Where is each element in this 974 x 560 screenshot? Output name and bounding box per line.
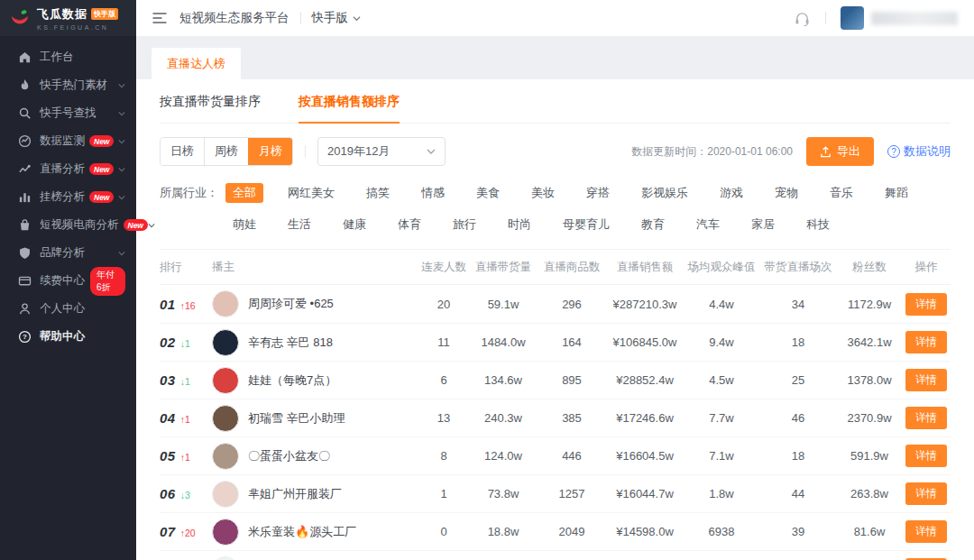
avatar[interactable] <box>212 367 239 394</box>
table-row: 01↑16周周珍可爱 •6252059.1w296¥287210.3w4.4w3… <box>160 285 951 323</box>
detail-button[interactable]: 详情 <box>905 482 947 505</box>
period-daily-button[interactable]: 日榜 <box>161 138 204 165</box>
industry-chip[interactable]: 健康 <box>335 215 373 234</box>
avatar[interactable] <box>212 481 239 508</box>
detail-button[interactable]: 详情 <box>905 445 947 467</box>
industry-chip[interactable]: 影视娱乐 <box>634 183 695 203</box>
sidebar-item-9[interactable]: 个人中心 <box>0 295 136 323</box>
industry-chip[interactable]: 穿搭 <box>579 183 617 203</box>
industry-chip[interactable]: 教育 <box>634 215 672 234</box>
filter-row: 日榜 周榜 月榜 2019年12月 数据更新时间：2020-01-01 06:0… <box>160 137 951 166</box>
host-cell[interactable]: 初瑞雪 辛巴小助理 <box>212 405 418 432</box>
data-note-link[interactable]: ? 数据说明 <box>887 143 951 160</box>
table-row: 04↑1初瑞雪 辛巴小助理13240.3w385¥17246.6w7.7w462… <box>160 399 951 436</box>
industry-chip[interactable]: 家居 <box>744 215 782 234</box>
user-name-blurred[interactable] <box>871 12 958 25</box>
subtab-sort-by-sales[interactable]: 按直播销售额排序 <box>299 94 400 124</box>
sidebar-item-1[interactable]: 快手热门素材 <box>0 71 136 99</box>
sales-volume: 1484.0w <box>469 335 538 349</box>
sidebar-item-label: 续费中心 <box>40 273 85 289</box>
detail-button[interactable]: 详情 <box>905 407 947 429</box>
host-name[interactable]: 芈姐广州开服装厂 <box>248 486 342 502</box>
industry-chip[interactable]: 情感 <box>414 183 452 203</box>
month-select[interactable]: 2019年12月 <box>317 137 446 166</box>
host-name[interactable]: 〇蛋蛋小盆友〇 <box>248 448 330 464</box>
host-cell[interactable]: 娃娃（每晚7点） <box>212 367 418 394</box>
rank-value: 06 <box>160 486 176 501</box>
support-headset-icon[interactable] <box>794 10 811 27</box>
detail-button[interactable]: 详情 <box>905 331 947 353</box>
industry-chip[interactable]: 游戏 <box>712 183 750 203</box>
avatar[interactable] <box>212 290 239 317</box>
period-weekly-button[interactable]: 周榜 <box>204 138 248 165</box>
export-button[interactable]: 导出 <box>806 137 874 166</box>
host-cell[interactable]: 芈姐广州开服装厂 <box>212 481 418 508</box>
sidebar-item-6[interactable]: 短视频电商分析New <box>0 211 136 239</box>
host-cell[interactable]: 米乐童装🔥源头工厂 <box>212 519 418 546</box>
version-switcher[interactable]: 快手版 <box>312 10 362 26</box>
industry-chip[interactable]: 体育 <box>391 215 428 234</box>
industry-chip[interactable]: 网红美女 <box>280 183 342 203</box>
host-cell[interactable]: 真姐~教搭配 <box>212 556 418 560</box>
avatar[interactable] <box>212 405 239 432</box>
industry-chip[interactable]: 萌娃 <box>225 215 263 234</box>
industry-chip[interactable]: 汽车 <box>689 215 727 234</box>
home-icon <box>18 50 32 64</box>
sales-amount: ¥16604.5w <box>606 449 684 463</box>
monitor-icon <box>18 134 32 148</box>
industry-chip[interactable]: 音乐 <box>822 183 860 203</box>
mic-count: 11 <box>418 335 469 349</box>
avatar[interactable] <box>212 329 239 356</box>
host-name[interactable]: 米乐童装🔥源头工厂 <box>248 524 356 540</box>
column-header: 直播销售额 <box>606 260 684 275</box>
sidebar-item-10[interactable]: ?帮助中心 <box>0 323 136 351</box>
industry-chip[interactable]: 生活 <box>280 215 318 234</box>
host-name[interactable]: 娃娃（每晚7点） <box>248 372 336 389</box>
detail-button[interactable]: 详情 <box>905 293 947 316</box>
industry-chip[interactable]: 搞笑 <box>359 183 397 203</box>
rank-change: ↓1 <box>180 338 190 349</box>
detail-button[interactable]: 详情 <box>905 520 947 543</box>
sales-amount: ¥14598.0w <box>606 525 684 538</box>
user-avatar[interactable] <box>841 6 864 30</box>
new-badge: New <box>89 135 114 147</box>
host-name[interactable]: 初瑞雪 辛巴小助理 <box>248 410 345 427</box>
host-name[interactable]: 周周珍可爱 •625 <box>248 296 334 312</box>
sidebar-item-label: 数据监测 <box>40 133 85 149</box>
host-cell[interactable]: 〇蛋蛋小盆友〇 <box>212 443 418 470</box>
sidebar-item-4[interactable]: 直播分析New <box>0 155 136 183</box>
rank-change: ↓1 <box>180 376 190 387</box>
sidebar-item-3[interactable]: 数据监测New <box>0 127 136 155</box>
sidebar-item-2[interactable]: 快手号查找 <box>0 99 136 127</box>
industry-chip[interactable]: 旅行 <box>446 215 483 234</box>
sales-amount: ¥17246.6w <box>606 411 684 425</box>
industry-chip[interactable]: 美妆 <box>524 183 562 203</box>
host-name[interactable]: 辛有志 辛巴 818 <box>248 335 333 351</box>
sidebar-item-0[interactable]: 工作台 <box>0 43 136 71</box>
avatar[interactable] <box>212 556 239 560</box>
industry-chip[interactable]: 舞蹈 <box>878 183 915 203</box>
sidebar-item-5[interactable]: 挂榜分析New <box>0 183 136 211</box>
industry-chip[interactable]: 科技 <box>799 215 837 234</box>
detail-button[interactable]: 详情 <box>905 369 947 391</box>
sidebar-item-7[interactable]: 品牌分析 <box>0 239 136 267</box>
avatar[interactable] <box>212 443 239 470</box>
industry-chip[interactable]: 时尚 <box>501 215 538 234</box>
logo[interactable]: 飞瓜数据 快手版 KS.FEIGUA.CN <box>0 0 136 36</box>
main-content: 直播达人榜 按直播带货量排序 按直播销售额排序 日榜 周榜 月榜 2019年12… <box>136 36 974 560</box>
avatar[interactable] <box>212 519 239 546</box>
sidebar-item-8[interactable]: 续费中心年付6折 <box>0 267 136 295</box>
discount-badge: 年付6折 <box>90 267 125 296</box>
period-monthly-button[interactable]: 月榜 <box>248 138 292 165</box>
topbar: 短视频生态服务平台 快手版 <box>136 0 974 36</box>
industry-chip[interactable]: 美食 <box>469 183 507 203</box>
viewer-peak: 7.1w <box>684 449 759 463</box>
collapse-menu-icon[interactable] <box>152 12 167 24</box>
industry-chip[interactable]: 宠物 <box>767 183 805 203</box>
host-cell[interactable]: 周周珍可爱 •625 <box>212 290 418 317</box>
industry-chip[interactable]: 全部 <box>225 183 263 203</box>
subtab-sort-by-volume[interactable]: 按直播带货量排序 <box>160 94 261 123</box>
industry-chip[interactable]: 母婴育儿 <box>556 215 617 234</box>
host-cell[interactable]: 辛有志 辛巴 818 <box>212 329 418 356</box>
tab-live-talent-rank[interactable]: 直播达人榜 <box>152 48 241 79</box>
